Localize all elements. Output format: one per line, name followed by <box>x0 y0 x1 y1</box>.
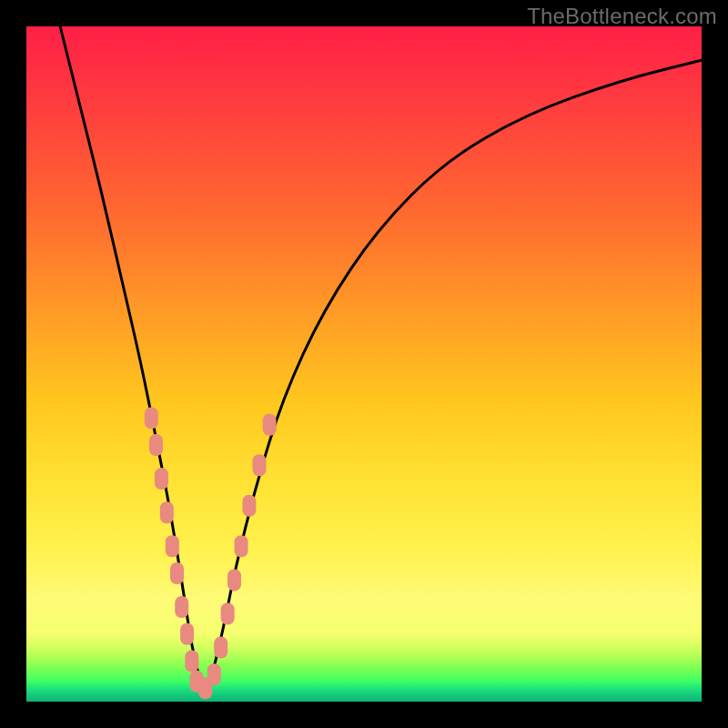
watermark-text: TheBottleneck.com <box>527 4 717 29</box>
curve-marker <box>155 468 168 490</box>
curve-marker <box>145 407 158 429</box>
curve-marker <box>253 454 267 476</box>
curve-marker <box>214 637 228 659</box>
curve-marker <box>160 501 174 523</box>
curve-marker <box>185 651 198 672</box>
curve-marker <box>263 414 277 436</box>
bottleneck-curve <box>60 26 702 688</box>
plot-area <box>26 26 702 702</box>
curve-marker <box>207 663 221 685</box>
curve-marker <box>180 623 194 645</box>
curve-marker <box>242 495 256 517</box>
chart-frame: TheBottleneck.com <box>0 0 728 728</box>
curve-marker <box>149 434 163 456</box>
curve-marker <box>170 562 184 584</box>
marker-group <box>145 407 277 699</box>
curve-marker <box>221 603 235 625</box>
curve-marker <box>235 535 248 557</box>
curve-marker <box>166 535 179 557</box>
curve-marker <box>175 596 188 618</box>
curve-path <box>60 26 702 688</box>
chart-svg <box>26 26 702 702</box>
curve-marker <box>228 569 241 591</box>
